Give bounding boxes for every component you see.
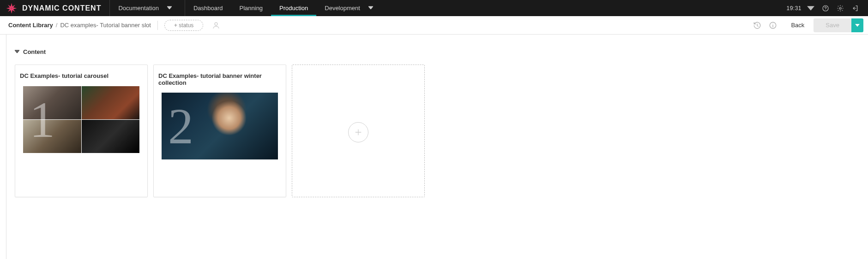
svg-marker-8	[167, 6, 172, 9]
svg-marker-10	[807, 6, 814, 11]
breadcrumb-root[interactable]: Content Library	[8, 22, 53, 29]
info-icon[interactable]	[766, 18, 780, 32]
add-status-button[interactable]: + status	[164, 20, 203, 31]
gear-icon[interactable]	[835, 3, 846, 14]
section-title: Content	[23, 48, 46, 55]
editor-body: Content DC Examples- tutorial carousel 1	[0, 35, 868, 259]
back-button[interactable]: Back	[791, 22, 804, 29]
svg-marker-18	[15, 50, 19, 53]
nav-production[interactable]: Production	[271, 0, 316, 16]
section-toggle-content[interactable]: Content	[15, 48, 860, 55]
save-button[interactable]: Save	[814, 18, 851, 32]
nav-documentation-label: Documentation	[118, 5, 158, 12]
nav-dashboard[interactable]: Dashboard	[185, 0, 231, 16]
chevron-down-icon[interactable]	[805, 3, 816, 14]
nav-development[interactable]: Development	[316, 0, 381, 16]
chevron-down-icon	[15, 48, 19, 55]
svg-marker-9	[368, 6, 373, 9]
content-card[interactable]: DC Examples- tutorial carousel 1	[15, 65, 148, 197]
thumbnail-image	[82, 120, 140, 153]
left-rail	[0, 35, 6, 259]
subheader: Content Library / DC examples- Tutorial …	[0, 16, 868, 35]
brand-logo-icon	[6, 2, 18, 14]
breadcrumb-current: DC examples- Tutorial banner slot	[60, 22, 151, 29]
user-icon[interactable]	[211, 20, 222, 31]
nav-planning[interactable]: Planning	[231, 0, 271, 16]
chevron-down-icon	[167, 5, 172, 12]
save-button-group: Save	[814, 18, 863, 32]
brand-name: DYNAMIC CONTENT	[22, 4, 101, 12]
plus-icon	[348, 122, 368, 142]
exit-icon[interactable]	[850, 3, 861, 14]
divider	[157, 21, 158, 30]
svg-marker-17	[855, 24, 860, 27]
save-more-button[interactable]	[851, 18, 863, 32]
header-right: 19:31	[786, 0, 868, 16]
nav-label: Development	[325, 5, 360, 12]
main-panel: Content DC Examples- tutorial carousel 1	[6, 35, 868, 259]
nav-label: Planning	[240, 5, 263, 12]
clock: 19:31	[786, 5, 802, 12]
app-header: DYNAMIC CONTENT Documentation Dashboard …	[0, 0, 868, 16]
content-card-title: DC Examples- tutorial carousel	[20, 72, 143, 80]
help-icon[interactable]	[820, 3, 831, 14]
svg-point-14	[215, 23, 217, 25]
content-card[interactable]: DC Examples- tutorial banner winter coll…	[153, 65, 286, 197]
thumbnail-image	[82, 86, 140, 119]
brand[interactable]: DYNAMIC CONTENT	[0, 0, 110, 16]
content-cards: DC Examples- tutorial carousel 1 DC Exam…	[15, 65, 860, 197]
nav-documentation[interactable]: Documentation	[110, 0, 185, 16]
nav-label: Dashboard	[193, 5, 223, 12]
thumbnail-image	[23, 120, 81, 153]
svg-point-13	[839, 7, 841, 9]
svg-point-12	[825, 9, 826, 10]
thumbnail-image	[23, 86, 81, 119]
content-card-thumbnail: 1	[23, 86, 139, 153]
thumbnail-image	[162, 93, 278, 159]
content-card-title: DC Examples- tutorial banner winter coll…	[158, 72, 281, 86]
svg-point-16	[773, 24, 773, 24]
breadcrumb-separator: /	[56, 22, 58, 29]
add-content-card[interactable]	[292, 65, 425, 197]
content-card-thumbnail: 2	[162, 93, 278, 159]
nav-label: Production	[279, 5, 308, 12]
history-icon[interactable]	[750, 18, 764, 32]
chevron-down-icon	[368, 5, 373, 12]
